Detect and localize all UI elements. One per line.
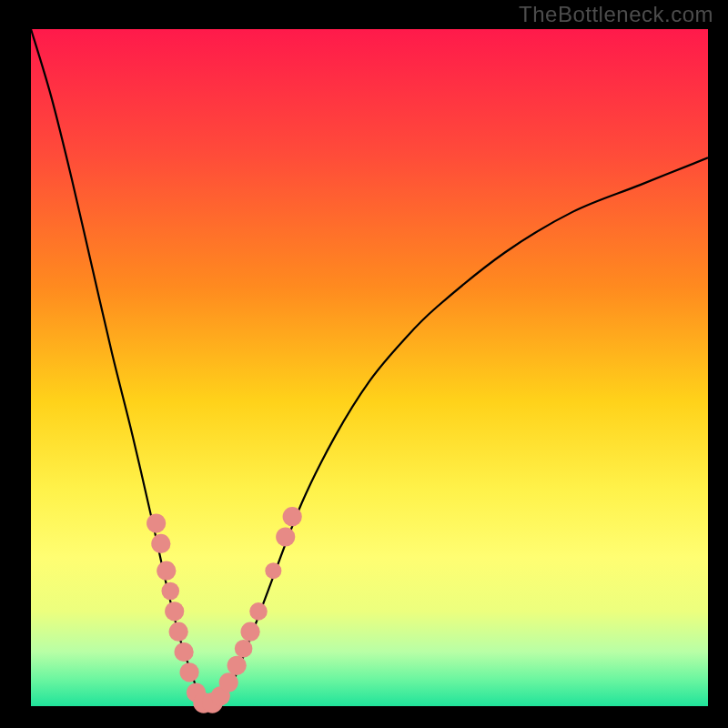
data-marker [265,562,281,579]
data-marker [235,640,253,658]
chart-frame: TheBottleneck.com [0,0,728,728]
bottleneck-curve [31,29,708,707]
data-marker [276,527,295,546]
data-marker [240,622,259,642]
data-marker [228,656,247,675]
chart-svg [0,0,728,728]
data-marker [165,602,184,621]
data-marker [157,561,176,581]
data-marker [147,514,166,533]
data-marker [161,582,179,601]
data-marker [283,507,302,526]
data-marker [169,622,188,642]
data-marker [179,662,198,682]
data-marker [219,672,238,692]
data-marker [249,602,268,621]
data-marker [151,534,170,553]
data-marker [175,642,194,662]
